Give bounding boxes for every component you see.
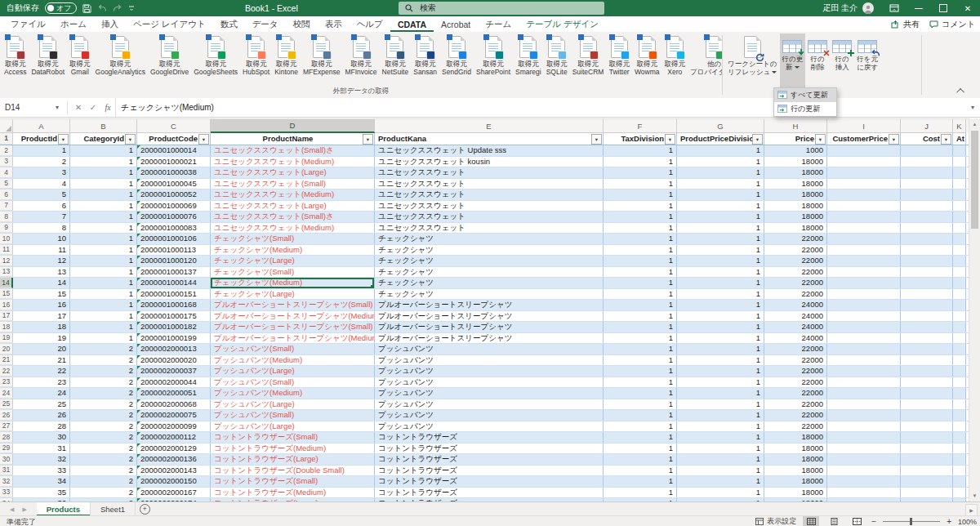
grid-cell[interactable]: チェックシャツ	[375, 245, 604, 256]
grid-cell[interactable]	[901, 300, 953, 310]
grid-cell[interactable]: 18000	[764, 212, 827, 222]
grid-cell[interactable]: 22000	[764, 256, 827, 266]
vertical-scrollbar[interactable]: ▲ ▼	[969, 118, 980, 501]
filter-button[interactable]: ▾	[665, 134, 675, 145]
grid-cell[interactable]: 24000	[764, 333, 827, 344]
grid-cell[interactable]: 1	[677, 454, 764, 465]
row-number[interactable]: 30	[0, 454, 13, 465]
row-number[interactable]: 4	[0, 167, 13, 178]
grid-cell[interactable]: 7	[13, 212, 70, 222]
grid-cell[interactable]: プッシュパンツ	[375, 377, 604, 388]
ribbon-get-button[interactable]: 取得元SharePoint	[474, 33, 513, 86]
grid-cell[interactable]: 1	[677, 466, 764, 476]
row-number[interactable]: 29	[0, 444, 13, 454]
grid-cell[interactable]: 24000	[764, 300, 827, 310]
grid-cell[interactable]	[901, 245, 953, 256]
grid-cell[interactable]: コットントラウザーズ	[375, 488, 604, 498]
grid-cell[interactable]	[827, 256, 901, 266]
filter-button[interactable]: ▾	[815, 134, 826, 145]
row-number[interactable]: 6	[0, 189, 13, 200]
grid-cell[interactable]: 1	[70, 167, 137, 178]
grid-cell[interactable]: 15	[13, 289, 70, 300]
grid-cell[interactable]: 3	[13, 167, 70, 178]
grid-cell[interactable]	[953, 421, 966, 432]
grid-cell[interactable]: 22000	[764, 234, 827, 244]
grid-cell[interactable]	[901, 289, 953, 300]
grid-cell[interactable]: ユニセックススウェット(Large)	[211, 201, 375, 212]
grid-cell[interactable]: 1	[604, 311, 677, 322]
column-header[interactable]: CategoryId▾	[70, 133, 137, 145]
grid-cell[interactable]: ユニセックススウェット(Medium)	[211, 189, 375, 200]
ribbon-get-button[interactable]: 取得元SuiteCRM	[570, 33, 607, 86]
grid-cell[interactable]: コットントラウザーズ	[375, 466, 604, 476]
grid-cell[interactable]: 1	[604, 454, 677, 465]
scroll-up-icon[interactable]: ▲	[969, 118, 980, 130]
grid-cell[interactable]	[827, 311, 901, 322]
grid-cell[interactable]	[827, 466, 901, 476]
grid-cell[interactable]: 1	[70, 311, 137, 322]
grid-cell[interactable]: 2000002000167	[137, 488, 211, 498]
grid-cell[interactable]: 1	[604, 355, 677, 366]
grid-cell[interactable]: チェックシャツ	[375, 267, 604, 278]
grid-cell[interactable]: 2000001000021	[137, 157, 211, 167]
grid-cell[interactable]: 1	[604, 476, 677, 487]
grid-cell[interactable]: コットントラウザーズ(Medium)	[211, 488, 375, 498]
grid-cell[interactable]: プルオーバーショートスリープシャツ	[375, 322, 604, 332]
grid-cell[interactable]	[901, 466, 953, 476]
grid-cell[interactable]: 24000	[764, 311, 827, 322]
filter-button[interactable]: ▾	[363, 134, 373, 145]
grid-cell[interactable]: 1	[604, 256, 677, 266]
grid-cell[interactable]: 26	[13, 410, 70, 421]
row-number[interactable]: 16	[0, 300, 13, 310]
grid-cell[interactable]: 1	[604, 145, 677, 156]
grid-cell[interactable]: コットントラウザーズ	[375, 476, 604, 487]
ribbon-get-button[interactable]: 取得元GoogleDrive	[148, 33, 191, 86]
grid-cell[interactable]: 2000001000045	[137, 179, 211, 189]
row-number[interactable]: 11	[0, 245, 13, 256]
grid-cell[interactable]	[901, 476, 953, 487]
grid-cell[interactable]	[827, 488, 901, 498]
column-header[interactable]: Price▾	[764, 133, 827, 145]
grid-cell[interactable]	[953, 234, 966, 244]
grid-cell[interactable]: 1	[13, 145, 70, 156]
grid-cell[interactable]: プッシュパンツ(Large)	[211, 399, 375, 410]
grid-cell[interactable]: 1	[677, 189, 764, 200]
save-icon[interactable]	[82, 4, 91, 13]
grid-cell[interactable]	[901, 267, 953, 278]
grid-cell[interactable]: 2	[70, 399, 137, 410]
grid-cell[interactable]: 1	[604, 212, 677, 222]
row-number[interactable]: 28	[0, 432, 13, 443]
grid-cell[interactable]: 1	[70, 245, 137, 256]
grid-cell[interactable]	[827, 300, 901, 310]
grid-cell[interactable]: 2000001000083	[137, 223, 211, 234]
column-letter[interactable]: H	[764, 119, 827, 133]
grid-cell[interactable]	[827, 267, 901, 278]
grid-cell[interactable]	[901, 278, 953, 288]
minimize-button[interactable]	[906, 0, 931, 16]
grid-cell[interactable]: 22	[13, 366, 70, 377]
row-number[interactable]: 25	[0, 399, 13, 410]
grid-cell[interactable]	[827, 223, 901, 234]
grid-cell[interactable]: プッシュパンツ	[375, 344, 604, 354]
grid-cell[interactable]: 2000002000075	[137, 410, 211, 421]
column-header[interactable]: ProductCode▾	[137, 133, 211, 145]
grid-cell[interactable]	[953, 289, 966, 300]
grid-cell[interactable]: 5	[13, 189, 70, 200]
grid-cell[interactable]	[953, 212, 966, 222]
grid-cell[interactable]: 2000001000069	[137, 201, 211, 212]
grid-cell[interactable]: 1	[70, 157, 137, 167]
page-layout-view-button[interactable]	[826, 516, 842, 526]
row-number[interactable]: 19	[0, 333, 13, 344]
grid-cell[interactable]: 2000002000013	[137, 344, 211, 354]
grid-cell[interactable]: チェックシャツ	[375, 256, 604, 266]
ribbon-tool-button[interactable]: ワークシートのリフレッシュ	[725, 33, 780, 87]
grid-cell[interactable]: 18000	[764, 432, 827, 443]
grid-cell[interactable]	[953, 432, 966, 443]
grid-cell[interactable]: 1	[70, 267, 137, 278]
grid-cell[interactable]: 22000	[764, 355, 827, 366]
grid-cell[interactable]: 18000	[764, 157, 827, 167]
grid-cell[interactable]: 2000001000038	[137, 167, 211, 178]
menu-tab[interactable]: ファイル	[3, 16, 53, 32]
row-number[interactable]: 7	[0, 201, 13, 212]
select-all-corner[interactable]	[0, 119, 13, 133]
